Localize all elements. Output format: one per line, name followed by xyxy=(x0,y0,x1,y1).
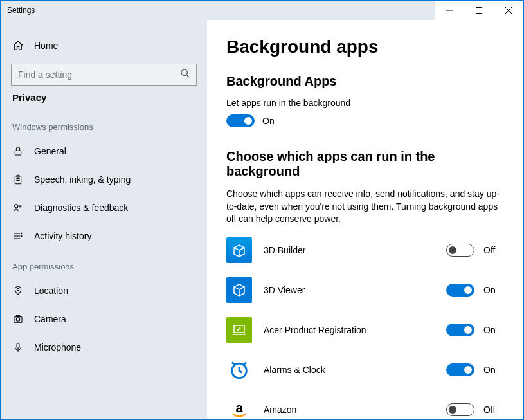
sidebar-item-camera[interactable]: Camera xyxy=(1,305,207,333)
app-item-acer: Acer Product Registration On xyxy=(226,317,504,343)
app-toggle-3d-viewer[interactable] xyxy=(446,284,474,297)
microphone-icon xyxy=(12,342,24,353)
svg-point-4 xyxy=(181,69,187,75)
section-background-apps-heading: Background Apps xyxy=(226,74,504,89)
sidebar-item-label: Location xyxy=(34,286,68,296)
svg-rect-1 xyxy=(476,8,482,14)
app-toggle-3d-builder[interactable] xyxy=(446,244,474,257)
page-title: Background apps xyxy=(226,37,504,57)
svg-rect-20 xyxy=(16,316,19,317)
app-icon-3d-builder xyxy=(226,237,252,263)
master-toggle-state: On xyxy=(262,116,275,126)
app-name: Amazon xyxy=(264,405,446,415)
group-app-permissions: App permissions xyxy=(1,262,207,277)
section-choose-apps-desc: Choose which apps can receive info, send… xyxy=(226,188,504,226)
app-icon-amazon: a xyxy=(226,397,252,419)
svg-point-19 xyxy=(16,318,19,321)
app-toggle-state: Off xyxy=(483,405,499,415)
sidebar-item-activity[interactable]: Activity history xyxy=(1,222,207,250)
master-toggle[interactable] xyxy=(226,114,255,127)
sidebar-item-diagnostics[interactable]: Diagnostics & feedback xyxy=(1,194,207,222)
home-icon xyxy=(12,40,24,51)
nav-home-label: Home xyxy=(34,41,58,51)
sidebar: Home Privacy Windows permissions General… xyxy=(1,20,207,419)
master-toggle-label: Let apps run in the background xyxy=(226,98,504,108)
sidebar-item-label: Activity history xyxy=(34,231,91,241)
app-item-alarms: Alarms & Clock On xyxy=(226,357,504,383)
app-toggle-amazon[interactable] xyxy=(446,403,474,416)
app-name: 3D Builder xyxy=(264,245,446,255)
app-toggle-alarms[interactable] xyxy=(446,363,474,376)
sidebar-item-label: Diagnostics & feedback xyxy=(34,203,128,213)
sidebar-item-label: Speech, inking, & typing xyxy=(34,174,131,185)
app-name: Acer Product Registration xyxy=(264,325,446,335)
app-icon-3d-viewer xyxy=(226,277,252,303)
clipboard-icon xyxy=(12,174,24,185)
nav-home[interactable]: Home xyxy=(1,32,207,60)
svg-text:a: a xyxy=(235,401,243,415)
svg-point-16 xyxy=(21,235,22,236)
search-box[interactable] xyxy=(11,64,197,86)
app-toggle-state: Off xyxy=(483,245,499,255)
sidebar-item-general[interactable]: General xyxy=(1,137,207,165)
titlebar: Settings xyxy=(1,1,523,20)
feedback-icon xyxy=(12,202,24,214)
svg-line-5 xyxy=(186,75,189,77)
category-label: Privacy xyxy=(1,92,207,108)
app-name: Alarms & Clock xyxy=(264,365,446,375)
sidebar-item-microphone[interactable]: Microphone xyxy=(1,333,207,361)
location-icon xyxy=(12,285,24,297)
app-toggle-state: On xyxy=(483,285,499,295)
svg-point-17 xyxy=(17,288,19,290)
app-item-amazon: a Amazon Off xyxy=(226,397,504,419)
maximize-button[interactable] xyxy=(464,1,494,20)
sidebar-item-label: Microphone xyxy=(34,342,81,352)
app-toggle-acer[interactable] xyxy=(446,324,474,336)
app-icon-alarms xyxy=(226,357,252,383)
sidebar-item-label: General xyxy=(34,146,66,156)
sidebar-item-speech[interactable]: Speech, inking, & typing xyxy=(1,165,207,194)
search-icon xyxy=(180,68,190,81)
history-icon xyxy=(12,230,24,242)
app-toggle-state: On xyxy=(483,325,499,335)
app-icon-acer xyxy=(226,317,252,343)
content-pane: Background apps Background Apps Let apps… xyxy=(207,20,523,419)
sidebar-item-location[interactable]: Location xyxy=(1,277,207,305)
svg-rect-6 xyxy=(15,151,21,155)
minimize-button[interactable] xyxy=(435,1,464,20)
app-item-3d-viewer: 3D Viewer On xyxy=(226,277,504,303)
app-name: 3D Viewer xyxy=(264,285,446,295)
svg-point-15 xyxy=(21,233,22,233)
window-title: Settings xyxy=(7,6,35,15)
camera-icon xyxy=(12,313,24,325)
sidebar-item-label: Camera xyxy=(34,314,66,324)
app-toggle-state: On xyxy=(483,365,499,375)
lock-icon xyxy=(12,145,24,157)
search-input[interactable] xyxy=(11,64,197,86)
close-button[interactable] xyxy=(494,1,523,20)
app-list: 3D Builder Off 3D Viewer On Acer Product… xyxy=(226,237,504,419)
svg-rect-21 xyxy=(17,343,19,348)
section-choose-apps-heading: Choose which apps can run in the backgro… xyxy=(226,149,504,179)
svg-point-11 xyxy=(15,205,18,208)
window-controls xyxy=(435,1,523,20)
group-windows-permissions: Windows permissions xyxy=(1,122,207,137)
app-item-3d-builder: 3D Builder Off xyxy=(226,237,504,263)
